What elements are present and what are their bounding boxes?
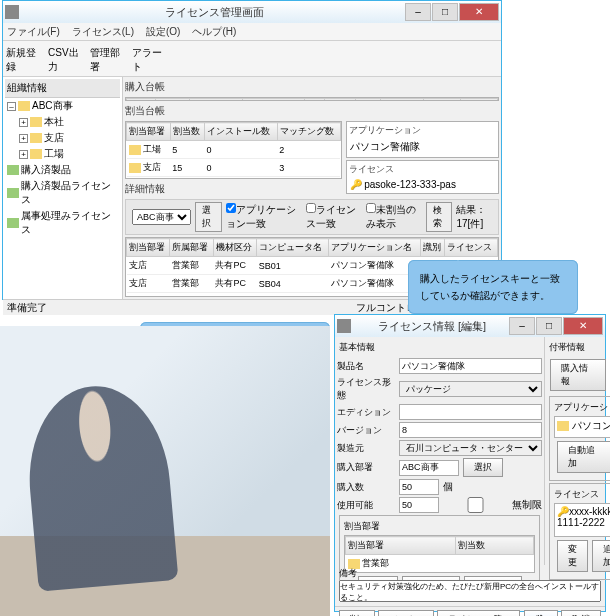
- lic-add-button[interactable]: 追加: [592, 540, 610, 572]
- menubar: ファイル(F) ライセンス(L) 設定(O) ヘルプ(H): [3, 23, 501, 41]
- unlimited-checkbox[interactable]: [443, 497, 508, 513]
- app-list[interactable]: パソコン警備隊: [554, 416, 610, 438]
- expand-icon[interactable]: +: [19, 150, 28, 159]
- app-icon: [337, 319, 351, 333]
- background-photo: [0, 326, 330, 616]
- assign-group: 割当部署 割当部署割当数 営業部 総務部 生産部 追加 社員参照 削除削除: [339, 515, 540, 585]
- select-button[interactable]: 選択: [195, 202, 222, 232]
- new-button[interactable]: 新規登録: [5, 43, 45, 75]
- status-left: 準備完了: [7, 301, 47, 315]
- app-value: パソコン警備隊: [349, 139, 496, 155]
- folder-icon: [30, 133, 42, 143]
- app-group: アプリケーション パソコン警備隊 自動追加変更: [549, 396, 610, 481]
- toolbar: 新規登録 CSV出力 管理部署 アラート: [3, 41, 501, 77]
- dept-field[interactable]: [399, 460, 459, 476]
- license-list[interactable]: 🔑xxxx-kkkk-cccc-1111-2222: [554, 503, 610, 537]
- tree-item[interactable]: +工場: [7, 146, 120, 162]
- menu-help[interactable]: ヘルプ(H): [192, 23, 236, 40]
- titlebar[interactable]: ライセンス情報 [編集] – □ ✕: [335, 315, 605, 337]
- table-row[interactable]: 営業部: [346, 555, 534, 573]
- basic-info-header: 基本情報: [337, 339, 542, 356]
- product-field[interactable]: [399, 358, 542, 374]
- delete-button[interactable]: 削除: [339, 610, 375, 616]
- assign-list[interactable]: 割当部署割当数 営業部 総務部 生産部: [344, 535, 535, 573]
- edition-field[interactable]: [399, 404, 542, 420]
- org-tree[interactable]: 組織情報 –ABC商事 +本社 +支店 +工場 購入済製品 購入済製品ライセンス…: [3, 77, 123, 299]
- section-assign-label: 割当台帳: [125, 103, 499, 119]
- csv-button[interactable]: CSV出力: [47, 43, 87, 75]
- tree-header: 組織情報: [5, 79, 120, 98]
- window-title: ライセンス情報 [編集]: [355, 319, 509, 334]
- version-field[interactable]: [399, 422, 542, 438]
- folder-icon: [30, 117, 42, 127]
- doc-icon: [7, 165, 19, 175]
- cancel-button[interactable]: 取消し: [561, 610, 601, 616]
- expand-icon[interactable]: +: [19, 134, 28, 143]
- filter-bar: ABC商事 選択 アプリケーション一致 ライセンス一致 未割当のみ表示 検索 結…: [125, 199, 499, 235]
- app-icon: [557, 421, 569, 431]
- table-row[interactable]: 工場502: [127, 141, 341, 159]
- extra-info-header: 付帯情報: [547, 339, 610, 356]
- menu-file[interactable]: ファイル(F): [7, 23, 60, 40]
- ok-button[interactable]: 登録: [524, 610, 558, 616]
- folder-icon: [30, 149, 42, 159]
- qty-field[interactable]: [399, 479, 439, 495]
- maximize-button[interactable]: □: [432, 3, 458, 21]
- close-button[interactable]: ✕: [459, 3, 499, 21]
- menu-license[interactable]: ライセンス(L): [72, 23, 134, 40]
- chk-unassigned[interactable]: 未割当のみ表示: [366, 203, 422, 231]
- app-icon: [5, 5, 19, 19]
- search-button[interactable]: 検索: [426, 202, 453, 232]
- memo-field[interactable]: セキュリティ対策強化のため、たびたび新用PCの全台へインストールすること。 アン…: [339, 580, 601, 602]
- result-count: 結果：17[件]: [456, 203, 496, 231]
- callout-license-check: 購入したライセンスキーと一致しているか確認ができます。: [408, 260, 578, 314]
- lictype-select[interactable]: パッケージ: [399, 381, 542, 397]
- key-icon: 🔑: [557, 506, 569, 517]
- buy-info-button[interactable]: 購入情報: [550, 359, 606, 391]
- menu-settings[interactable]: 設定(O): [146, 23, 180, 40]
- tree-item[interactable]: 購入済製品: [7, 162, 120, 178]
- section-detail-label: 詳細情報: [125, 181, 499, 197]
- vendor-select[interactable]: 石川コンピュータ・センター: [399, 440, 542, 456]
- titlebar[interactable]: ライセンス管理画面 – □ ✕: [3, 1, 501, 23]
- license-manager-window: ライセンス管理画面 – □ ✕ ファイル(F) ライセンス(L) 設定(O) ヘ…: [2, 0, 502, 300]
- table-row[interactable]: 本社3503: [127, 177, 341, 180]
- use-field[interactable]: [399, 497, 439, 513]
- archive-button[interactable]: アーカイブ: [378, 610, 434, 616]
- lic-change-button[interactable]: 変更: [557, 540, 588, 572]
- auto-add-button[interactable]: 自動追加: [557, 441, 610, 473]
- expand-icon[interactable]: +: [19, 118, 28, 127]
- tree-item[interactable]: 購入済製品ライセンス: [7, 178, 120, 208]
- close-button[interactable]: ✕: [563, 317, 603, 335]
- minimize-button[interactable]: –: [405, 3, 431, 21]
- chk-lic[interactable]: ライセンス一致: [306, 203, 362, 231]
- tree-item[interactable]: +支店: [7, 130, 120, 146]
- dept-select[interactable]: ABC商事: [132, 209, 191, 225]
- section-purchase-label: 購入台帳: [125, 79, 499, 95]
- app-panel: アプリケーション パソコン警備隊: [346, 121, 499, 158]
- tree-root[interactable]: –ABC商事: [7, 98, 120, 114]
- table-row[interactable]: 支店1503: [127, 159, 341, 177]
- license-group: ライセンス 🔑xxxx-kkkk-cccc-1111-2222 変更追加削除: [549, 483, 610, 580]
- maximize-button[interactable]: □: [536, 317, 562, 335]
- tree-item[interactable]: 属事処理みライセンス: [7, 208, 120, 238]
- chk-app[interactable]: アプリケーション一致: [226, 203, 303, 231]
- manager-button[interactable]: ライセンス管理画面: [437, 610, 520, 616]
- doc-icon: [7, 188, 19, 198]
- folder-icon: [18, 101, 30, 111]
- assign-grid[interactable]: 割当部署割当数インストール数マッチング数 工場502 支店1503 本社3503: [125, 121, 342, 179]
- doc-icon: [7, 218, 19, 228]
- purchase-grid[interactable]: 識別購入部署製品名形態購入使用可能総割当インストールマッチングアプリー数 購入A…: [125, 97, 499, 101]
- dept-button[interactable]: 管理部署: [89, 43, 129, 75]
- dept-select-button[interactable]: 選択: [463, 458, 503, 477]
- window-title: ライセンス管理画面: [23, 5, 405, 20]
- tree-item[interactable]: +本社: [7, 114, 120, 130]
- collapse-icon[interactable]: –: [7, 102, 16, 111]
- minimize-button[interactable]: –: [509, 317, 535, 335]
- alert-button[interactable]: アラート: [131, 43, 171, 75]
- license-edit-window: ライセンス情報 [編集] – □ ✕ 基本情報 製品名 ライセンス形態パッケージ…: [334, 314, 606, 612]
